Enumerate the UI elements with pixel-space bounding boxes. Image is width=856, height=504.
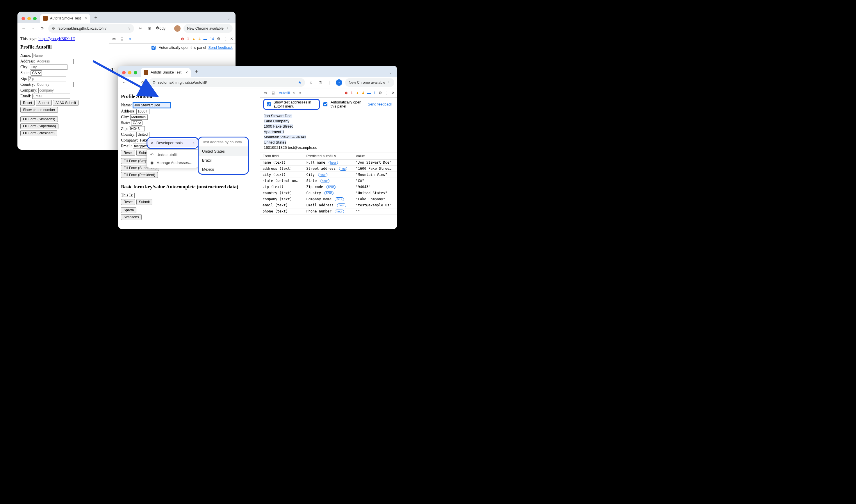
sparta-button[interactable]: Sparta — [121, 207, 136, 213]
table-row[interactable]: name (text)Full name heur"Jon Stewart Do… — [260, 160, 397, 166]
close-tab-icon[interactable]: × — [185, 70, 188, 75]
auto-open-checkbox[interactable] — [151, 46, 156, 50]
country-input[interactable] — [36, 82, 74, 87]
extensions-puzzle-icon[interactable]: ⌼ — [308, 80, 314, 85]
menu-item-manage-addresses[interactable]: ◉ Manage Addresses… — [147, 159, 199, 166]
new-tab-button[interactable]: + — [193, 69, 200, 77]
this-page-link[interactable]: https://goo.gl/B6Xs1E — [38, 37, 75, 41]
city-input[interactable] — [30, 65, 68, 70]
inspect-icon[interactable]: ▭ — [263, 91, 268, 95]
country-input[interactable] — [136, 132, 149, 137]
devtools-close-icon[interactable]: ✕ — [392, 91, 395, 95]
bookmark-star-icon[interactable]: ☆ — [127, 26, 130, 31]
devtools-close-icon[interactable]: ✕ — [230, 37, 233, 41]
submit-button-2[interactable]: Submit — [136, 199, 153, 205]
col-predicted[interactable]: Predicted autofill v… — [304, 153, 353, 160]
address-bar[interactable]: ⚙ rsolomakhin.github.io/autofill/ ★ — [149, 78, 305, 87]
inspect-icon[interactable]: ▭ — [111, 37, 117, 41]
address-input[interactable] — [136, 109, 149, 114]
new-tab-button[interactable]: + — [92, 15, 100, 23]
address-input[interactable] — [36, 59, 74, 64]
send-feedback-link[interactable]: Send feedback — [209, 46, 233, 50]
profile-avatar[interactable]: • — [336, 79, 342, 86]
menu-item-undo-autofill[interactable]: ↶ Undo autofill — [147, 151, 199, 159]
reset-button-2[interactable]: Reset — [121, 199, 135, 205]
forward-button[interactable]: → — [130, 80, 137, 85]
table-row[interactable]: country (text)Country heur"United States… — [260, 190, 397, 196]
menu-item-developer-tools[interactable]: ‹› Developer tools › — [147, 139, 198, 147]
reload-button[interactable]: ⟳ — [39, 26, 46, 31]
ajax-submit-button[interactable]: AJAX Submit — [53, 100, 79, 106]
tabs-menu-icon[interactable]: ⌄ — [224, 16, 233, 23]
maximize-window-icon[interactable] — [134, 71, 137, 74]
error-count-icon[interactable]: ⊗ — [344, 91, 348, 95]
name-input[interactable] — [133, 102, 171, 108]
devtools-kebab-icon[interactable]: ⋮ — [223, 37, 227, 41]
table-row[interactable]: phone (text)Phone number heur"" — [260, 209, 397, 215]
state-select[interactable]: CA — [131, 120, 142, 126]
back-button[interactable]: ← — [121, 80, 127, 85]
warning-count-icon[interactable]: ▲ — [356, 91, 359, 95]
settings-gear-icon[interactable]: ⚙ — [378, 91, 382, 95]
tabs-menu-icon[interactable]: ⌄ — [386, 70, 395, 77]
show-phone-button[interactable]: Show phone number — [20, 107, 58, 113]
more-tabs-icon[interactable]: » — [128, 37, 133, 41]
devtools-tab-autofill[interactable]: Autofill — [279, 91, 290, 95]
error-count-icon[interactable]: ⊗ — [181, 37, 184, 41]
info-count-icon[interactable]: ▬ — [203, 37, 207, 41]
profile-avatar[interactable] — [174, 25, 181, 32]
fill-superman-button[interactable]: Fill Form (Superman) — [20, 123, 58, 129]
reload-button[interactable]: ⟳ — [140, 80, 146, 85]
minimize-window-icon[interactable] — [27, 17, 31, 20]
close-tab-icon[interactable]: × — [85, 16, 87, 21]
info-count-icon[interactable]: ▬ — [367, 91, 371, 95]
tab-close-icon[interactable]: × — [293, 91, 295, 95]
forward-button[interactable]: → — [30, 26, 36, 31]
maximize-window-icon[interactable] — [33, 17, 37, 20]
country-option-us[interactable]: United States — [199, 147, 248, 156]
extensions-puzzle-icon[interactable]: �ody — [156, 26, 162, 31]
reset-button[interactable]: Reset — [121, 150, 135, 156]
site-settings-icon[interactable]: ⚙ — [52, 26, 55, 31]
close-window-icon[interactable] — [21, 17, 25, 20]
table-row[interactable]: state (select-on…State heur"CA" — [260, 178, 397, 184]
table-row[interactable]: zip (text)Zip code heur"94043" — [260, 184, 397, 190]
browser-tab[interactable]: Autofill Smoke Test × — [40, 14, 90, 23]
close-window-icon[interactable] — [122, 71, 126, 74]
labs-flask-icon[interactable]: ⚗ — [317, 80, 324, 85]
zip-input[interactable] — [28, 76, 66, 82]
bookmark-star-icon[interactable]: ★ — [298, 80, 302, 85]
name-input[interactable] — [32, 53, 70, 58]
table-row[interactable]: company (text)Company name heur"Fake Com… — [260, 196, 397, 202]
device-toggle-icon[interactable]: ⌸ — [271, 91, 276, 95]
city-input[interactable] — [130, 114, 148, 120]
settings-gear-icon[interactable]: ⚙ — [217, 37, 220, 41]
minimize-window-icon[interactable] — [128, 71, 131, 74]
country-option-brazil[interactable]: Brazil — [199, 156, 248, 165]
extension-icon[interactable]: ▣ — [146, 26, 153, 31]
reset-button[interactable]: Reset — [20, 100, 35, 106]
zip-input[interactable] — [129, 126, 145, 131]
thisis-input[interactable] — [134, 193, 166, 198]
col-form-field[interactable]: Form field — [260, 153, 304, 160]
auto-open-checkbox[interactable] — [323, 102, 327, 106]
update-chip[interactable]: New Chrome available ⋮ — [183, 24, 233, 33]
fill-president-button[interactable]: Fill Form (President) — [20, 130, 57, 136]
device-toggle-icon[interactable]: ⌸ — [120, 37, 125, 41]
company-input[interactable] — [38, 88, 76, 93]
kebab-menu-icon[interactable]: ⋮ — [225, 26, 229, 31]
site-settings-icon[interactable]: ⚙ — [153, 80, 156, 85]
update-chip[interactable]: New Chrome available ⋮ — [345, 78, 394, 87]
col-value[interactable]: Value — [354, 153, 397, 160]
simpsons-button[interactable]: Simpsons — [121, 214, 142, 220]
state-select[interactable]: CA — [31, 70, 42, 76]
browser-tab[interactable]: Autofill Smoke Test × — [141, 68, 191, 77]
back-button[interactable]: ← — [20, 26, 27, 31]
fill-simpsons-button[interactable]: Fill Form (Simpsons) — [20, 116, 58, 122]
address-bar[interactable]: ⚙ rsolomakhin.github.io/autofill/ ☆ — [48, 24, 134, 33]
show-test-addresses-checkbox[interactable] — [267, 102, 271, 106]
devtools-kebab-icon[interactable]: ⋮ — [385, 91, 389, 95]
warning-count-icon[interactable]: ▲ — [192, 37, 195, 41]
send-feedback-link[interactable]: Send feedback — [368, 102, 392, 106]
country-option-mexico[interactable]: Mexico — [199, 165, 248, 174]
